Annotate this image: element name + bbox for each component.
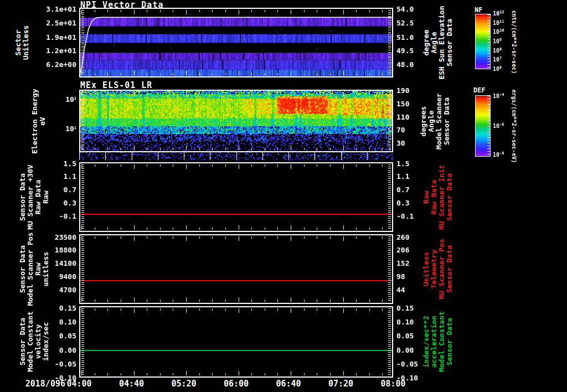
axis-tick-marks [81, 236, 391, 239]
y-tick-label-right: 1.5 [396, 160, 409, 168]
time-tick-label: 07:20 [328, 379, 353, 389]
y-tick-label-right: 52.5 [396, 19, 414, 27]
y-tick-label-right: -0.05 [396, 360, 418, 368]
y-tick-label-left: 1.5 [64, 160, 76, 168]
axis-tick-marks [81, 308, 391, 311]
panel4-right-axis-label: Unitless Telemetry MU Scanner Pos Sensor… [422, 239, 453, 300]
sub-strip-tick-marks [79, 152, 393, 160]
colorbar-tick-marks [487, 14, 490, 69]
y-tick-label-left: 3.1e+01 [46, 6, 76, 13]
y-tick-label-left: 0.3 [64, 199, 76, 207]
axis-tick-marks [388, 236, 391, 302]
y-tick-label-left: 0.00 [59, 347, 76, 354]
plot-frame [79, 306, 393, 378]
panel3-left-axis-label: Sensor Data MU Scanner +30V Raw Data Raw [19, 164, 50, 229]
y-tick-label-right: 110 [396, 114, 409, 121]
axis-tick-marks [81, 300, 391, 302]
y-tick-label-right: 206 [396, 246, 409, 254]
y-tick-label-left: -0.1 [59, 213, 76, 220]
y-tick-label-right: 0.00 [396, 347, 414, 354]
y-tick-label-left: 1.9e+01 [46, 34, 76, 42]
nf-colorbar-name: NF [475, 6, 482, 14]
colorbar-nf [475, 14, 491, 69]
time-tick-label: 04:40 [119, 379, 144, 389]
axis-tick-marks [81, 164, 391, 169]
y-tick-label-left: 18800 [55, 246, 76, 254]
y-tick-label-left: 14100 [55, 260, 76, 267]
panel-model-scanner-pos [79, 234, 393, 304]
time-tick-label: 06:00 [224, 379, 249, 389]
colorbar-tick-label: 106 [493, 66, 502, 72]
panel-mex-els01-lr [79, 90, 393, 160]
y-tick-label-left: 0.10 [59, 318, 76, 326]
colorbar-tick-label: 1010 [493, 29, 504, 35]
axis-tick-marks [81, 371, 391, 375]
axis-tick-marks [81, 164, 391, 167]
y-tick-label-left: -0.10 [55, 374, 76, 382]
y-tick-label-right: 0.15 [396, 305, 414, 312]
panel1-title: NPI Vector Data [80, 0, 163, 10]
y-tick-label-left: 1.2e+01 [46, 47, 76, 55]
colorbar-tick-label: 108 [493, 48, 502, 54]
y-tick-label-right: 260 [396, 234, 409, 241]
axis-tick-marks [81, 164, 84, 230]
panel1-left-axis-label: Sector Unitless [14, 25, 30, 60]
y-tick-label-right: 152 [396, 260, 409, 267]
y-tick-label-right: 48.0 [396, 61, 414, 69]
colorbar-tick-label: 1012 [493, 11, 504, 17]
y-tick-label-right: 0.3 [396, 199, 409, 207]
panel-npi-vector-data [79, 8, 393, 78]
nf-units-label: cnts/(cm**2-sr-sec) [511, 11, 517, 74]
axis-tick-marks [81, 236, 84, 302]
mu-scanner-data-line [80, 214, 392, 215]
y-tick-label-right: 54.0 [396, 6, 414, 13]
y-tick-label-left: 102 [65, 96, 76, 104]
panel3-right-axis-label: Raw Raw Data MU Scanner Init Sensor Data [422, 164, 453, 229]
multi-panel-plot-page: NPI Vector Data Sector Unitless degree A… [0, 0, 567, 392]
colorbar-tick-label: 10-8 [493, 152, 504, 158]
y-tick-label-right: 0.7 [396, 186, 409, 194]
panel-mu-scanner-30v [79, 162, 393, 232]
panel5-right-axis-label: index/sec**2 acceleration Model Constant… [422, 311, 453, 372]
scanner-pos-data-line [80, 280, 392, 281]
colorbar-tick-marks [487, 96, 490, 156]
panel4-left-axis-label: Sensor Data Model Scanner Pos Raw unitle… [19, 232, 50, 306]
axis-tick-marks [81, 308, 84, 375]
axis-tick-marks [81, 228, 391, 230]
y-tick-label-right: 51.0 [396, 34, 414, 42]
axis-tick-marks [81, 297, 391, 302]
y-tick-label-right: 0.05 [396, 332, 414, 340]
els-spectrogram-canvas [79, 90, 393, 160]
y-tick-label-left: 23500 [55, 234, 76, 241]
y-tick-label-right: 150 [396, 100, 409, 108]
colorbar-def [475, 95, 491, 157]
colorbar-tick-label: 109 [493, 38, 502, 44]
plot-frame [79, 234, 393, 304]
panel-model-constant-velocity [79, 306, 393, 378]
y-tick-label-left: 0.15 [59, 305, 76, 312]
panel1-right-axis-label: degree Angle ESH Sun Elevation Sensor Da… [422, 6, 453, 79]
y-tick-label-right: -0.1 [396, 213, 414, 220]
axis-tick-marks [81, 373, 391, 375]
y-tick-label-left: 9400 [59, 273, 76, 281]
def-units-label: ergs/(cm**2-sr-sec-eV) [511, 90, 517, 163]
y-tick-label-right: 44 [396, 286, 405, 294]
y-tick-label-right: 70 [396, 126, 405, 134]
time-tick-label: 05:20 [171, 379, 196, 389]
y-tick-label-right: 0.10 [396, 318, 414, 326]
time-tick-label: 06:40 [276, 379, 301, 389]
def-colorbar-name: DEF [473, 86, 486, 94]
axis-tick-marks [81, 236, 391, 241]
colorbar-tick-label: 10-4 [493, 93, 504, 99]
y-tick-label-right: 98 [396, 273, 405, 281]
y-tick-label-left: 1.1 [64, 173, 76, 180]
colorbar-tick-label: 107 [493, 56, 502, 63]
y-tick-label-left: 101 [65, 125, 76, 133]
velocity-data-line [80, 350, 392, 351]
y-tick-label-right: 1.1 [396, 173, 409, 180]
colorbar-tick-label: 1011 [493, 20, 504, 26]
y-tick-label-left: 6.2e+00 [46, 61, 76, 69]
panel2-title: MEx ELS-01 LR [80, 80, 152, 90]
plot-frame [79, 162, 393, 232]
y-tick-label-left: -0.05 [55, 360, 76, 368]
